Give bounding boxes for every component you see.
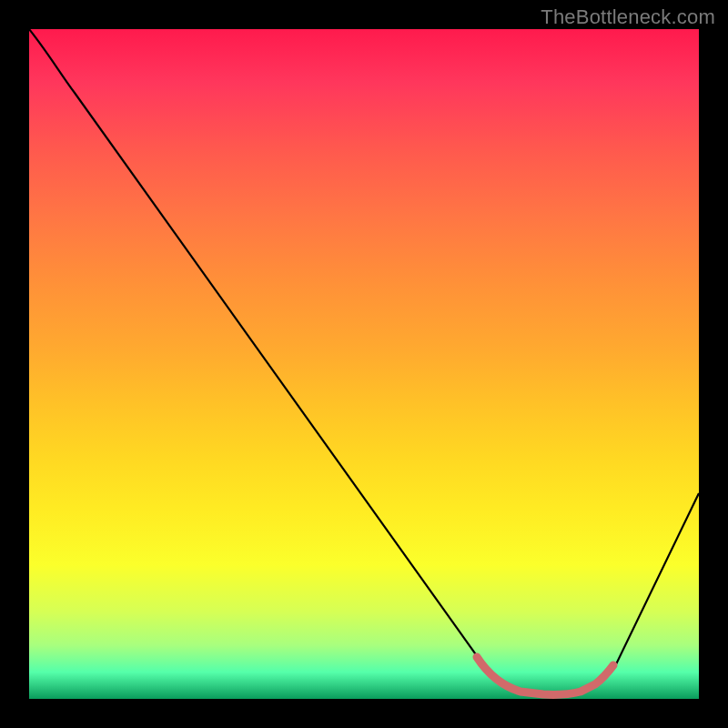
chart-frame: TheBottleneck.com (0, 0, 728, 728)
curve-highlight (477, 657, 613, 694)
bottleneck-curve (29, 29, 699, 699)
plot-area (29, 29, 699, 699)
watermark-text: TheBottleneck.com (541, 5, 715, 29)
curve-path (29, 29, 699, 695)
